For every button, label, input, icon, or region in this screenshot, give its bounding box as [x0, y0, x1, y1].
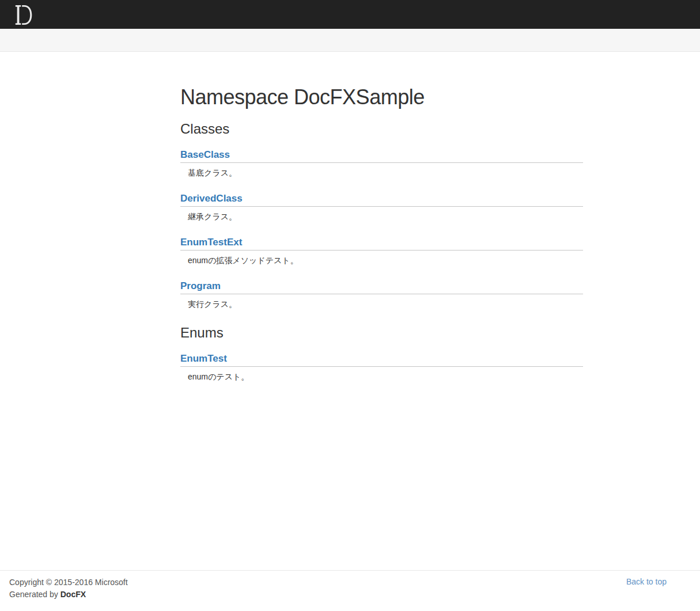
back-to-top-link[interactable]: Back to top [626, 577, 667, 586]
entry-summary: enumのテスト。 [188, 372, 583, 381]
class-entry-baseclass: BaseClass 基底クラス。 [180, 150, 583, 177]
entry-summary: enumの拡張メソッドテスト。 [188, 256, 583, 265]
section-heading-enums: Enums [180, 325, 583, 341]
breadcrumb-bar [0, 29, 700, 52]
page-footer: Back to top Copyright © 2015-2016 Micros… [0, 570, 700, 611]
brand-logo-link[interactable] [14, 5, 33, 25]
link-derivedclass[interactable]: DerivedClass [180, 193, 243, 204]
link-program[interactable]: Program [180, 280, 221, 291]
entry-title: Program [180, 281, 583, 294]
footer-generated-prefix: Generated by [9, 590, 60, 599]
generator-name: DocFX [60, 590, 86, 599]
entry-title: EnumTest [180, 354, 583, 367]
section-heading-classes: Classes [180, 121, 583, 137]
entry-summary: 実行クラス。 [188, 299, 583, 309]
namespace-article: Namespace DocFXSample Classes BaseClass … [180, 52, 583, 381]
docfx-page: Namespace DocFXSample Classes BaseClass … [0, 0, 700, 611]
link-enumtestext[interactable]: EnumTestExt [180, 237, 242, 248]
back-to-top: Back to top [626, 577, 667, 586]
class-entry-program: Program 実行クラス。 [180, 281, 583, 309]
link-enumtest[interactable]: EnumTest [180, 353, 227, 364]
link-baseclass[interactable]: BaseClass [180, 149, 230, 160]
class-entry-derivedclass: DerivedClass 継承クラス。 [180, 193, 583, 221]
footer-generated: Generated by DocFX [9, 589, 667, 600]
page-title: Namespace DocFXSample [180, 84, 583, 110]
entry-title: DerivedClass [180, 193, 583, 207]
footer-copyright: Copyright © 2015-2016 Microsoft [9, 576, 667, 588]
class-entry-enumtestext: EnumTestExt enumの拡張メソッドテスト。 [180, 237, 583, 265]
top-navbar [0, 0, 700, 29]
entry-title: BaseClass [180, 150, 583, 163]
enum-entry-enumtest: EnumTest enumのテスト。 [180, 354, 583, 381]
entry-summary: 基底クラス。 [188, 168, 583, 177]
docfx-logo-icon [14, 5, 33, 25]
entry-summary: 継承クラス。 [188, 212, 583, 221]
entry-title: EnumTestExt [180, 237, 583, 251]
main-content: Namespace DocFXSample Classes BaseClass … [0, 52, 700, 570]
